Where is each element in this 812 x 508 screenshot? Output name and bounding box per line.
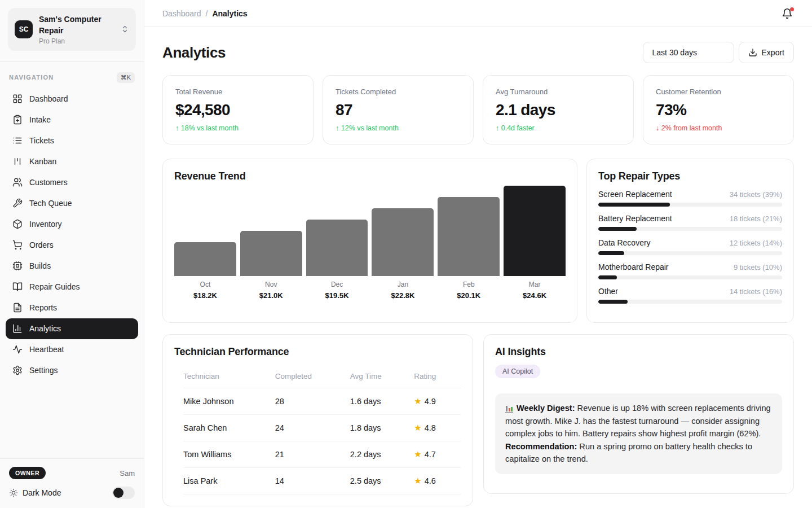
sidebar-item-label: Analytics: [29, 324, 61, 333]
analytics-page: Analytics Last 30 days Export Total Reve…: [144, 27, 812, 506]
dark-mode-toggle[interactable]: [112, 487, 135, 499]
wrench-icon: [12, 198, 23, 208]
stat-delta: ↑ 18% vs last month: [175, 124, 301, 132]
workspace-plan: Pro Plan: [39, 37, 114, 45]
sidebar-footer: OWNER Sam Dark Mode: [0, 458, 144, 508]
repair-type-name: Motherboard Repair: [598, 262, 669, 271]
table-row: Lisa Park 14 2.5 days ★4.6: [183, 468, 461, 494]
sidebar-item-kanban[interactable]: Kanban: [6, 151, 138, 172]
technician-table: Technician Completed Avg Time Rating Mik…: [183, 365, 461, 494]
technician-rating: ★4.9: [414, 388, 461, 415]
repair-type-row: Data Recovery 12 tickets (14%): [598, 238, 782, 255]
sidebar-item-tech-queue[interactable]: Tech Queue: [6, 193, 138, 214]
sidebar-item-label: Customers: [29, 178, 68, 187]
export-label: Export: [762, 48, 784, 57]
technician-name: Lisa Park: [183, 468, 275, 494]
sidebar-item-label: Repair Guides: [29, 282, 80, 291]
sidebar-item-dashboard[interactable]: Dashboard: [6, 89, 138, 110]
sidebar-item-label: Orders: [29, 240, 54, 249]
sidebar-item-customers[interactable]: Customers: [6, 172, 138, 193]
technician-rating: ★4.8: [414, 415, 461, 441]
sidebar-item-label: Tech Queue: [29, 199, 72, 208]
ai-insights-card: AI Insights AI Copilot Weekly Digest: Re…: [483, 334, 794, 494]
table-row: Tom Williams 21 2.2 days ★4.7: [183, 441, 461, 468]
date-range-value: Last 30 days: [652, 48, 697, 57]
workspace-avatar: SC: [15, 20, 33, 38]
repair-type-name: Other: [598, 287, 618, 296]
sidebar: SC Sam's Computer Repair Pro Plan NAVIGA…: [0, 0, 144, 508]
recommendation-label: Recommendation:: [505, 442, 577, 451]
workspace-name: Sam's Computer Repair: [39, 14, 114, 37]
sidebar-item-builds[interactable]: Builds: [6, 256, 138, 277]
file-text-icon: [12, 303, 23, 313]
chart-bar-group-nov: Nov $21.0K: [240, 186, 302, 300]
stat-label: Total Revenue: [175, 87, 301, 96]
bar-value-label: $20.1K: [438, 291, 500, 300]
technician-performance-title: Technician Performance: [174, 346, 461, 358]
sidebar-item-heartbeat[interactable]: Heartbeat: [6, 339, 138, 360]
sidebar-item-reports[interactable]: Reports: [6, 297, 138, 318]
workspace-switcher[interactable]: SC Sam's Computer Repair Pro Plan: [8, 8, 136, 51]
sidebar-item-intake[interactable]: Intake: [6, 110, 138, 130]
repair-type-bar-track: [598, 251, 782, 255]
sidebar-item-label: Builds: [29, 261, 51, 270]
chart-bar-group-jan: Jan $22.8K: [372, 186, 434, 300]
kanban-icon: [12, 156, 23, 167]
notifications-button[interactable]: [782, 8, 793, 19]
technician-performance-card: Technician Performance Technician Comple…: [162, 334, 473, 506]
sidebar-item-label: Inventory: [29, 220, 62, 229]
stat-label: Customer Retention: [656, 87, 781, 96]
bar-month-label: Feb: [438, 281, 500, 288]
shopping-cart-icon: [12, 240, 23, 250]
stat-value: $24,580: [175, 101, 301, 119]
stat-card-avg-turnaround: Avg Turnaround 2.1 days ↑ 0.4d faster: [483, 75, 634, 144]
technician-avg-time: 1.6 days: [350, 388, 414, 415]
repair-type-name: Data Recovery: [598, 238, 651, 247]
column-header-completed: Completed: [275, 365, 350, 388]
main-navigation: Dashboard Intake Tickets Kanban Customer…: [0, 89, 144, 381]
breadcrumb-dashboard-link[interactable]: Dashboard: [162, 9, 201, 18]
chart-bar-group-mar: Mar $24.6K: [504, 186, 566, 300]
stat-value: 73%: [656, 101, 781, 119]
users-icon: [12, 177, 23, 187]
sidebar-item-label: Heartbeat: [29, 345, 64, 354]
star-icon: ★: [414, 396, 421, 406]
toggle-knob: [113, 488, 123, 498]
notification-dot: [790, 7, 794, 11]
repair-type-bar-fill: [598, 203, 670, 207]
sidebar-item-tickets[interactable]: Tickets: [6, 130, 138, 151]
breadcrumb: Dashboard / Analytics: [162, 9, 248, 18]
digest-label: Weekly Digest:: [517, 404, 575, 413]
technician-name: Mike Johnson: [183, 388, 275, 415]
sun-icon: [9, 488, 18, 497]
sidebar-item-label: Reports: [29, 303, 57, 312]
technician-name: Tom Williams: [183, 441, 275, 468]
repair-type-bar-fill: [598, 275, 617, 279]
revenue-bar: [438, 197, 500, 276]
date-range-select[interactable]: Last 30 days: [643, 42, 734, 63]
repair-type-bar-fill: [598, 300, 628, 304]
clipboard-plus-icon: [12, 115, 23, 125]
sidebar-item-label: Intake: [29, 115, 51, 124]
command-k-shortcut: ⌘K: [117, 72, 135, 83]
sidebar-item-label: Settings: [29, 366, 58, 375]
top-repair-types-title: Top Repair Types: [598, 170, 782, 182]
column-header-avg-time: Avg Time: [350, 365, 414, 388]
package-icon: [12, 219, 23, 229]
sidebar-item-inventory[interactable]: Inventory: [6, 214, 138, 235]
breadcrumb-current: Analytics: [212, 9, 247, 18]
sidebar-item-analytics[interactable]: Analytics: [6, 318, 138, 339]
repair-type-meta: 9 tickets (10%): [734, 263, 782, 271]
stat-label: Tickets Completed: [336, 87, 461, 96]
bar-chart-emoji-icon: [505, 405, 513, 413]
top-bar: Dashboard / Analytics: [144, 0, 812, 27]
sidebar-item-orders[interactable]: Orders: [6, 235, 138, 256]
repair-type-bar-track: [598, 203, 782, 207]
export-button[interactable]: Export: [739, 42, 794, 63]
breadcrumb-separator: /: [206, 9, 208, 18]
sidebar-item-repair-guides[interactable]: Repair Guides: [6, 277, 138, 297]
grid-icon: [12, 94, 23, 104]
star-icon: ★: [414, 449, 421, 459]
bar-month-label: Mar: [504, 281, 566, 288]
sidebar-item-settings[interactable]: Settings: [6, 360, 138, 381]
